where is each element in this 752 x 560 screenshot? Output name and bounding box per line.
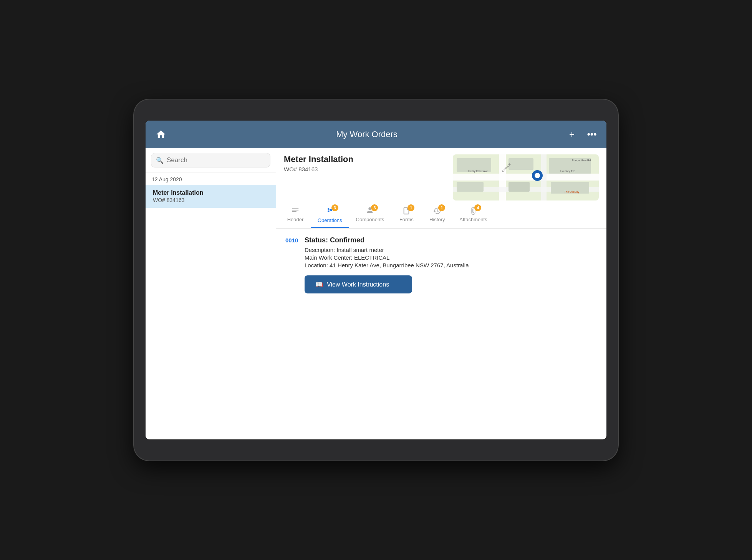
- tab-operations-label: Operations: [318, 217, 342, 223]
- tab-history-label: History: [429, 217, 445, 222]
- svg-rect-8: [509, 182, 530, 192]
- wo-detail-title: Meter Installation: [284, 154, 445, 164]
- svg-point-15: [535, 173, 540, 178]
- tab-forms-label: Forms: [399, 217, 414, 222]
- search-input[interactable]: [167, 156, 265, 164]
- header-tab-icon: [291, 207, 300, 215]
- operation-description: Description: Install smart meter: [305, 247, 597, 253]
- svg-rect-6: [457, 182, 484, 192]
- history-badge: 1: [438, 204, 445, 211]
- map-svg: E India St Henry Kater Ave Housley Ave T…: [453, 154, 599, 200]
- operations-content: 0010 Status: Confirmed Description: Inst…: [276, 229, 606, 439]
- tab-header-label: Header: [287, 217, 304, 222]
- tab-components[interactable]: 3 Components: [349, 204, 391, 228]
- tab-attachments-icon-wrap: 4: [469, 207, 477, 215]
- forms-badge: 1: [407, 204, 414, 211]
- svg-line-21: [329, 209, 331, 210]
- app-title: My Work Orders: [169, 129, 565, 139]
- svg-line-22: [329, 210, 331, 211]
- main-content: 🔍 12 Aug 2020 Meter Installation WO# 834…: [146, 148, 606, 439]
- operation-status: Status: Confirmed: [305, 236, 597, 244]
- svg-text:The Old Boy: The Old Boy: [564, 191, 579, 194]
- tab-attachments[interactable]: 4 Attachments: [452, 204, 494, 228]
- operations-badge: 3: [331, 204, 338, 211]
- add-button[interactable]: +: [565, 128, 579, 141]
- svg-text:Housley Ave: Housley Ave: [560, 170, 575, 173]
- tab-forms-icon-wrap: 1: [402, 207, 411, 215]
- view-work-instructions-button[interactable]: 📖 View Work Instructions: [305, 275, 412, 293]
- tab-components-icon-wrap: 3: [366, 207, 374, 215]
- svg-rect-1: [453, 174, 599, 181]
- top-bar-actions: + •••: [565, 128, 599, 141]
- home-icon: [156, 129, 166, 140]
- detail-panel: Meter Installation WO# 834163: [276, 148, 606, 439]
- map-container: E India St Henry Kater Ave Housley Ave T…: [453, 154, 599, 200]
- operation-location: Location: 41 Henry Kater Ave, Bungarribe…: [305, 262, 597, 268]
- tablet-screen: My Work Orders + ••• 🔍 12 Aug 2020 Meter…: [146, 121, 606, 439]
- svg-rect-2: [499, 154, 506, 200]
- more-button[interactable]: •••: [585, 128, 599, 141]
- components-badge: 3: [371, 204, 378, 211]
- svg-rect-7: [509, 158, 533, 170]
- search-bar: 🔍: [146, 148, 276, 172]
- search-input-wrap: 🔍: [151, 153, 270, 167]
- tablet-frame: My Work Orders + ••• 🔍 12 Aug 2020 Meter…: [134, 99, 618, 461]
- svg-point-19: [328, 210, 329, 212]
- operation-details: Status: Confirmed Description: Install s…: [305, 236, 597, 293]
- svg-text:Bungarribee Rd: Bungarribee Rd: [572, 159, 591, 162]
- tab-operations[interactable]: 3 Operations: [311, 204, 349, 228]
- operation-work-center: Main Work Center: ELECTRICAL: [305, 254, 597, 261]
- wo-header: Meter Installation WO# 834163: [276, 148, 606, 200]
- tabs-bar: Header 3 O: [276, 204, 606, 229]
- tab-history-icon-wrap: 1: [433, 207, 441, 215]
- search-icon: 🔍: [156, 157, 164, 164]
- attachments-badge: 4: [474, 204, 481, 211]
- date-group-label: 12 Aug 2020: [146, 172, 276, 185]
- home-button[interactable]: [153, 127, 169, 142]
- tab-ops-icon-wrap: 3: [325, 207, 335, 216]
- wo-detail-number: WO# 834163: [284, 166, 445, 172]
- work-order-title: Meter Installation: [153, 189, 270, 196]
- tab-header-icon-wrap: [291, 207, 300, 215]
- tab-components-label: Components: [356, 217, 384, 222]
- book-icon: 📖: [315, 281, 323, 288]
- work-order-number: WO# 834163: [153, 197, 270, 203]
- top-bar: My Work Orders + •••: [146, 121, 606, 148]
- svg-text:Henry Kater Ave: Henry Kater Ave: [468, 170, 488, 173]
- tab-forms[interactable]: 1 Forms: [391, 204, 422, 228]
- wo-info: Meter Installation WO# 834163: [284, 154, 445, 172]
- operation-number: 0010: [285, 237, 299, 244]
- svg-point-18: [328, 208, 329, 210]
- work-order-list-item[interactable]: Meter Installation WO# 834163: [146, 185, 276, 208]
- tab-history[interactable]: 1 History: [422, 204, 452, 228]
- sidebar: 🔍 12 Aug 2020 Meter Installation WO# 834…: [146, 148, 276, 439]
- tab-attachments-label: Attachments: [459, 217, 487, 222]
- tab-header[interactable]: Header: [280, 204, 311, 228]
- view-instructions-label: View Work Instructions: [327, 281, 389, 288]
- operation-row: 0010 Status: Confirmed Description: Inst…: [285, 236, 597, 293]
